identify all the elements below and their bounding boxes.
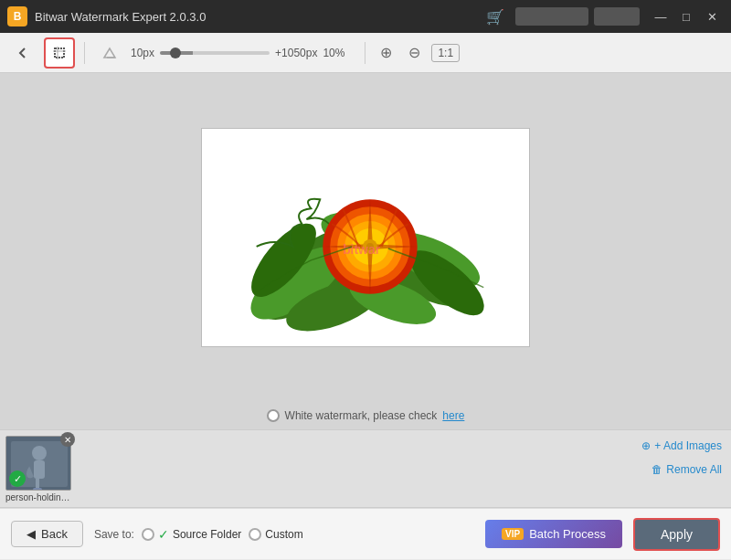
minimize-button[interactable]: — — [649, 5, 673, 28]
thumbnail-check-icon: ✓ — [9, 470, 26, 487]
close-button[interactable]: ✕ — [700, 5, 724, 28]
custom-radio[interactable] — [249, 528, 261, 541]
zoom-percent-label: 10% — [323, 47, 355, 59]
toolbar-separator — [84, 42, 85, 64]
watermark-text: White watermark, please check — [285, 409, 438, 422]
size-min-label: 10px — [131, 47, 154, 59]
source-folder-label: Source Folder — [173, 528, 241, 541]
batch-process-button[interactable]: VIP Batch Process — [485, 520, 622, 548]
thumbnail-item[interactable]: ✕ ✓ person-holding-fi... — [5, 436, 71, 502]
vip-badge: VIP — [502, 528, 524, 540]
watermark-radio[interactable] — [267, 409, 280, 422]
source-folder-option[interactable]: ✓ Source Folder — [142, 527, 241, 542]
add-images-icon: ⊕ — [641, 439, 651, 452]
crop-button[interactable] — [44, 37, 75, 69]
watermark-link[interactable]: here — [442, 409, 464, 422]
remove-all-label: Remove All — [666, 463, 722, 476]
svg-rect-27 — [34, 460, 45, 479]
back-button[interactable]: ◀ Back — [11, 521, 83, 547]
canvas-wrapper: bitwar — [0, 73, 731, 402]
batch-process-label: Batch Process — [529, 527, 606, 541]
thumbnail-label: person-holding-fi... — [5, 492, 71, 502]
footer-row: ◀ Back Save to: ✓ Source Folder Custom V… — [0, 508, 731, 559]
app-title: Bitwar Watermark Expert 2.0.3.0 — [35, 10, 481, 24]
title-bar-placeholder2 — [594, 7, 640, 26]
svg-marker-3 — [104, 48, 115, 58]
svg-rect-0 — [55, 48, 64, 58]
watermark-notice: White watermark, please check here — [267, 402, 465, 429]
svg-text:bitwar: bitwar — [343, 242, 381, 257]
source-folder-radio[interactable] — [142, 528, 154, 541]
size-slider-container — [160, 51, 270, 55]
svg-point-26 — [32, 446, 47, 460]
title-bar-placeholder — [515, 7, 588, 26]
canvas-area: bitwar White watermark, please check her… — [0, 73, 731, 429]
thumbnail-close-button[interactable]: ✕ — [60, 432, 75, 447]
eraser-button[interactable] — [94, 37, 125, 69]
custom-option[interactable]: Custom — [249, 528, 302, 541]
source-folder-check: ✓ — [158, 527, 169, 542]
back-arrow-icon: ◀ — [26, 527, 36, 541]
save-to-label: Save to: — [94, 528, 134, 541]
save-to-section: Save to: ✓ Source Folder Custom — [94, 527, 474, 542]
thumbnails-row: ✕ ✓ person-holding-fi... ⊕ + Ad — [0, 430, 731, 508]
apply-button[interactable]: Apply — [633, 518, 720, 551]
custom-label: Custom — [265, 528, 302, 541]
bottom-panel: ✕ ✓ person-holding-fi... ⊕ + Ad — [0, 429, 731, 559]
maximize-button[interactable]: □ — [674, 5, 698, 28]
window-controls: — □ ✕ — [649, 5, 724, 28]
back-toolbar-button[interactable] — [7, 37, 38, 69]
ratio-button[interactable]: 1:1 — [431, 44, 460, 62]
title-bar: B Bitwar Watermark Expert 2.0.3.0 🛒 — □ … — [0, 0, 731, 33]
zoom-out-button[interactable]: ⊖ — [403, 42, 426, 63]
add-images-button[interactable]: ⊕ + Add Images — [641, 439, 722, 452]
zoom-in-button[interactable]: ⊕ — [375, 42, 397, 63]
canvas-image: bitwar — [201, 128, 530, 347]
add-images-label: + Add Images — [654, 439, 722, 452]
size-max-label: +1050px — [275, 47, 317, 59]
title-bar-icons: 🛒 — [481, 6, 640, 27]
app-logo: B — [7, 6, 27, 26]
cart-icon[interactable]: 🛒 — [481, 6, 510, 27]
toolbar: 10px +1050px 10% ⊕ ⊖ 1:1 — [0, 33, 731, 73]
apply-label: Apply — [661, 527, 693, 542]
flower-svg: bitwar — [202, 128, 529, 347]
remove-all-button[interactable]: 🗑 Remove All — [652, 463, 722, 476]
toolbar-separator2 — [365, 42, 366, 64]
size-slider[interactable] — [160, 51, 270, 55]
trash-icon: 🗑 — [652, 463, 662, 476]
back-button-label: Back — [41, 527, 68, 541]
svg-rect-29 — [33, 488, 42, 491]
